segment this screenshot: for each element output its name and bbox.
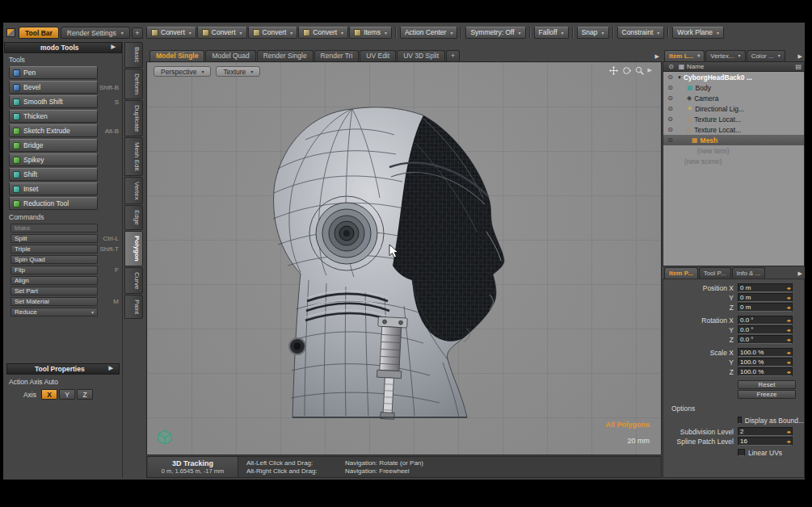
spinner-icon[interactable]: ◂▸	[786, 327, 790, 333]
axis-x-button[interactable]: X	[41, 389, 57, 400]
add-viewport-tab-button[interactable]: +	[446, 50, 460, 61]
triangle-right-icon[interactable]: ▶	[798, 270, 805, 279]
view-mode-dropdown[interactable]: Perspective▾	[154, 66, 211, 77]
convert-button-3[interactable]: Convert▾	[248, 27, 298, 39]
item-row-new-scene[interactable]: (new scene)	[663, 156, 804, 166]
bridge-tool-button[interactable]: Bridge	[9, 139, 98, 152]
convert-button-2[interactable]: Convert▾	[197, 27, 247, 39]
reduction-tool-button[interactable]: Reduction Tool	[9, 197, 98, 210]
action-center-dropdown[interactable]: Action Center▾	[400, 27, 458, 39]
convert-button-1[interactable]: Convert▾	[146, 27, 196, 39]
constraint-dropdown[interactable]: Constraint▾	[617, 27, 665, 39]
spikey-tool-button[interactable]: Spikey	[9, 153, 98, 166]
tab-duplicate[interactable]: Duplicate	[124, 100, 143, 136]
bevel-tool-button[interactable]: Bevel	[9, 81, 98, 94]
tab-uv-3d-split[interactable]: UV 3D Split	[397, 50, 445, 61]
tab-render-tri[interactable]: Render Tri	[314, 50, 360, 61]
freeze-button[interactable]: Freeze	[738, 390, 796, 399]
item-row-texture-locator-1[interactable]: ⊙ △ Texture Locat...	[663, 114, 804, 124]
pen-tool-button[interactable]: Pen	[9, 66, 98, 79]
display-as-bounding-box-checkbox[interactable]	[738, 417, 742, 424]
rotation-x-field[interactable]: 0.0 °◂▸	[738, 316, 793, 325]
name-column-header[interactable]: Name	[687, 63, 704, 70]
tab-tool-properties[interactable]: Tool P...	[699, 267, 731, 279]
spinner-icon[interactable]: ◂▸	[786, 350, 790, 356]
eye-icon[interactable]: ⊙	[665, 94, 675, 102]
item-row-directional-light[interactable]: ⊙ ☀ Directional Lig...	[663, 103, 804, 114]
work-plane-dropdown[interactable]: Work Plane▾	[672, 27, 724, 39]
tab-model-single[interactable]: Model Single	[149, 50, 204, 61]
tool-properties-header[interactable]: Tool Properties ▶	[6, 363, 120, 375]
snap-dropdown[interactable]: Snap▾	[577, 27, 609, 39]
item-row-new-item[interactable]: (new item)	[663, 145, 804, 156]
tab-render-settings[interactable]: Render Settings ▾	[61, 27, 130, 39]
axis-y-button[interactable]: Y	[59, 389, 75, 400]
tab-edge[interactable]: Edge	[124, 205, 143, 230]
tab-paint[interactable]: Paint	[124, 295, 143, 319]
sketch-extrude-tool-button[interactable]: Sketch Extrude	[9, 124, 98, 137]
spinner-icon[interactable]: ◂▸	[786, 369, 790, 375]
zoom-icon[interactable]	[635, 66, 644, 75]
spinner-icon[interactable]: ◂▸	[786, 359, 790, 366]
tab-item-list[interactable]: Item L...▾	[664, 50, 705, 61]
subdivision-level-field[interactable]: 2◂▸	[738, 427, 793, 436]
tab-color[interactable]: Color ...▾	[747, 50, 785, 61]
eye-icon[interactable]: ⊙	[665, 84, 675, 91]
tab-vertex[interactable]: Vertex	[124, 177, 143, 205]
orbit-icon[interactable]	[622, 66, 631, 75]
item-row-texture-locator-2[interactable]: ⊙ △ Texture Locat...	[663, 124, 804, 135]
spinner-icon[interactable]: ◂▸	[786, 317, 790, 324]
spinner-icon[interactable]: ◂▸	[786, 285, 790, 291]
spinner-icon[interactable]: ◂▸	[786, 295, 790, 301]
tab-tool-bar[interactable]: Tool Bar	[19, 27, 59, 39]
tab-curve[interactable]: Curve	[124, 267, 143, 294]
rotation-y-field[interactable]: 0.0 °◂▸	[738, 325, 793, 334]
eye-icon[interactable]: ⊙	[665, 115, 675, 123]
triangle-right-icon[interactable]: ▶	[798, 53, 805, 61]
tab-model-quad[interactable]: Model Quad	[205, 50, 255, 61]
make-command[interactable]: Make	[11, 224, 98, 233]
tab-basic[interactable]: Basic	[124, 42, 143, 68]
tab-deform[interactable]: Deform	[124, 69, 143, 99]
symmetry-dropdown[interactable]: Symmetry: Off▾	[465, 27, 525, 39]
position-y-field[interactable]: 0 m◂▸	[738, 293, 793, 302]
reduce-command[interactable]: Reduce▾	[11, 308, 98, 316]
scale-z-field[interactable]: 100.0 %◂▸	[738, 367, 793, 376]
axis-z-button[interactable]: Z	[77, 389, 93, 400]
convert-button-4[interactable]: Convert▾	[298, 27, 348, 39]
spline-patch-level-field[interactable]: 16◂▸	[738, 437, 793, 446]
viewport-3d[interactable]: Perspective▾ Texture▾ ▶ All Polygons 20 …	[146, 61, 662, 455]
item-row-scene-root[interactable]: ⊙ ▼ CyborgHeadBack0 ...	[663, 72, 804, 82]
item-row-mesh-selected[interactable]: ⊙ ▦ Mesh	[663, 135, 804, 145]
eye-icon[interactable]: ⊙	[665, 126, 675, 133]
tab-item-properties[interactable]: Item P...	[664, 267, 698, 279]
eye-icon[interactable]: ⊙	[665, 73, 675, 81]
expander-icon[interactable]: ▼	[677, 75, 682, 80]
shift-tool-button[interactable]: Shift	[9, 168, 98, 181]
position-x-field[interactable]: 0 m◂▸	[738, 283, 793, 292]
set-material-command[interactable]: Set Material	[11, 297, 98, 306]
tab-uv-edit[interactable]: UV Edit	[360, 50, 396, 61]
reset-button[interactable]: Reset	[738, 380, 796, 389]
split-command[interactable]: Split	[11, 234, 98, 243]
align-command[interactable]: Align	[11, 276, 98, 285]
triangle-right-icon[interactable]: ▶	[655, 53, 662, 61]
falloff-dropdown[interactable]: Falloff▾	[534, 27, 569, 39]
eye-icon[interactable]: ⊙	[665, 136, 675, 144]
tab-mesh-edit[interactable]: Mesh Edit	[124, 137, 143, 176]
tab-info-statistics[interactable]: Info & ...	[732, 267, 766, 279]
scale-x-field[interactable]: 100.0 %◂▸	[738, 348, 793, 357]
item-row-camera[interactable]: ⊙ ◈ Camera	[663, 93, 804, 103]
linear-uvs-checkbox[interactable]	[738, 449, 745, 456]
smooth-shift-tool-button[interactable]: Smooth Shift	[9, 95, 98, 108]
tab-vertex-map[interactable]: Vertex...▾	[705, 50, 745, 61]
items-button[interactable]: Items▾	[349, 27, 392, 39]
triangle-right-icon[interactable]: ▶	[648, 67, 654, 75]
tab-polygon[interactable]: Polygon	[124, 231, 143, 266]
rotation-z-field[interactable]: 0.0 °◂▸	[738, 335, 793, 344]
scale-y-field[interactable]: 100.0 %◂▸	[738, 358, 793, 367]
position-z-field[interactable]: 0 m◂▸	[738, 303, 793, 312]
spinner-icon[interactable]: ◂▸	[786, 438, 790, 445]
triple-command[interactable]: Triple	[11, 245, 98, 254]
add-layout-tab-button[interactable]: +	[132, 27, 143, 39]
